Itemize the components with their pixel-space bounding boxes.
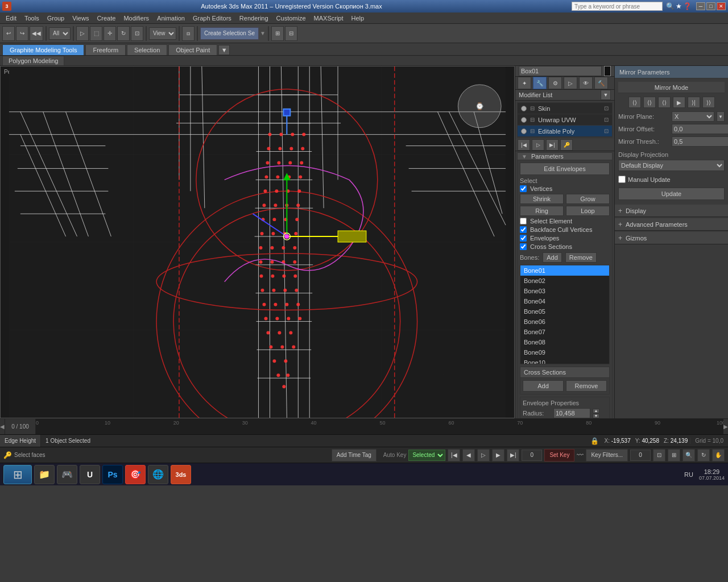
select-region-btn[interactable]: ⬚ — [90, 26, 102, 41]
taskbar-unity[interactable]: U — [80, 465, 100, 484]
modifier-list-dropdown-btn[interactable]: ▼ — [601, 90, 611, 100]
gizmos-header[interactable]: + Gizmos — [615, 232, 728, 244]
menu-edit[interactable]: Edit — [2, 14, 20, 22]
maximize-button[interactable]: □ — [706, 2, 715, 10]
select-element-checkbox[interactable] — [520, 218, 527, 225]
mirror-ctrl-3[interactable]: ⟨⟩ — [658, 97, 671, 108]
frame-number-right[interactable] — [630, 450, 651, 461]
undo-btn[interactable]: ◀◀ — [30, 26, 43, 41]
menu-animation[interactable]: Animation — [154, 14, 188, 22]
object-color-swatch[interactable] — [604, 66, 611, 76]
redo-btn[interactable]: ↪ — [16, 26, 28, 41]
timeline-right-btn[interactable]: ▶ — [723, 419, 728, 434]
mirror-plane-dropdown[interactable]: ▼ — [717, 111, 725, 122]
close-button[interactable]: ✕ — [717, 2, 726, 10]
create-selection-button[interactable]: Create Selection Se — [200, 27, 259, 40]
object-name-input[interactable] — [519, 66, 602, 76]
bone-list-item[interactable]: Bone08 — [520, 337, 609, 347]
layers-btn[interactable]: ⊟ — [285, 26, 297, 41]
advanced-params-header[interactable]: + Advanced Parameters — [615, 218, 728, 231]
mod-icon-create[interactable]: ✦ — [518, 77, 531, 89]
bones-add-button[interactable]: Add — [543, 252, 562, 263]
frame-number-input[interactable] — [522, 450, 542, 461]
timeline-left-btn[interactable]: ◀ — [0, 419, 5, 434]
tab-menu-btn[interactable]: ▼ — [218, 45, 230, 55]
bone-list-item[interactable]: Bone01 — [520, 265, 609, 276]
tab-graphite[interactable]: Graphite Modeling Tools — [2, 44, 84, 55]
move-btn[interactable]: ✛ — [104, 26, 116, 41]
viewport-nav-3[interactable]: 🔍 — [682, 449, 695, 462]
viewport-nav-4[interactable]: ↻ — [697, 449, 710, 462]
playback-prev-btn[interactable]: ◀ — [462, 449, 475, 462]
timeline-track[interactable]: 0 10 20 30 40 50 60 70 80 90 100 — [36, 419, 723, 434]
menu-customize[interactable]: Customize — [273, 14, 309, 22]
mirror-ctrl-2[interactable]: ⟨⟩ — [643, 97, 656, 108]
filter-select[interactable]: All — [49, 27, 71, 40]
taskbar-chrome[interactable]: 🌐 — [148, 465, 168, 484]
search-icon[interactable]: 🔍 — [666, 2, 675, 10]
taskbar-explorer[interactable]: 📁 — [34, 465, 55, 484]
menu-views[interactable]: Views — [69, 14, 92, 22]
update-button[interactable]: Update — [618, 188, 725, 200]
key-filters-btn[interactable]: Key Filters... — [586, 449, 628, 462]
bone-list-item[interactable]: Bone06 — [520, 317, 609, 327]
create-sel-dropdown[interactable]: ▼ — [260, 30, 266, 36]
shrink-button[interactable]: Shrink — [520, 194, 564, 204]
viewport-nav-1[interactable]: ⊡ — [653, 449, 665, 462]
add-time-tag-btn[interactable]: Add Time Tag — [332, 449, 377, 462]
ring-button[interactable]: Ring — [520, 206, 564, 216]
subtab-polygon-modeling[interactable]: Polygon Modeling — [2, 56, 64, 65]
rotate-btn[interactable]: ↻ — [117, 26, 130, 41]
parameters-section-header[interactable]: ▼ Parameters — [517, 152, 613, 160]
modifier-editable-poly[interactable]: ⊟ Editable Poly ⊡ — [518, 126, 612, 137]
mod-icon-motion[interactable]: ▷ — [564, 77, 577, 89]
tab-freeform[interactable]: Freeform — [85, 44, 126, 55]
nav-back-btn[interactable]: |◀ — [518, 139, 530, 151]
bone-list-item[interactable]: Bone05 — [520, 306, 609, 317]
menu-rendering[interactable]: Rendering — [236, 14, 272, 22]
modifier-skin[interactable]: ⊟ Skin ⊡ — [518, 103, 612, 114]
minimize-button[interactable]: ─ — [696, 2, 705, 10]
tab-object-paint[interactable]: Object Paint — [168, 44, 217, 55]
menu-tools[interactable]: Tools — [21, 14, 43, 22]
display-section-header[interactable]: + Display — [615, 205, 728, 217]
edit-envelopes-button[interactable]: Edit Envelopes — [520, 163, 610, 175]
bone-list-item[interactable]: Bone10 — [520, 357, 609, 364]
radius-input[interactable] — [553, 408, 590, 418]
mod-icon-display[interactable]: 👁 — [579, 77, 593, 89]
start-button[interactable]: ⊞ — [3, 465, 32, 484]
bones-remove-button[interactable]: Remove — [565, 252, 597, 263]
manual-update-checkbox[interactable] — [618, 176, 626, 183]
viewport[interactable]: Perspective — [0, 66, 515, 418]
mirror-btn[interactable]: ⧈ — [182, 26, 195, 41]
loop-button[interactable]: Loop — [566, 206, 610, 216]
mod-icon-hierarchy[interactable]: ⚙ — [548, 77, 562, 89]
mod-bulb-unwrap[interactable] — [521, 117, 527, 123]
tab-selection[interactable]: Selection — [127, 44, 167, 55]
scale-btn[interactable]: ⊡ — [131, 26, 143, 41]
align-btn[interactable]: ⊞ — [271, 26, 284, 41]
view-select[interactable]: View — [149, 27, 176, 40]
bone-list-item[interactable]: Bone03 — [520, 286, 609, 296]
playback-play-btn[interactable]: ▷ — [477, 449, 490, 462]
envelopes-checkbox[interactable] — [520, 235, 527, 242]
nav-key-btn[interactable]: 🔑 — [560, 139, 573, 151]
menu-maxscript[interactable]: MAXScript — [311, 14, 347, 22]
lock-key-icon[interactable]: 🔑 — [3, 451, 12, 459]
bone-list-item[interactable]: Bone02 — [520, 276, 609, 286]
mod-bulb-skin[interactable] — [521, 106, 527, 111]
mirror-ctrl-1[interactable]: ⟨⟩ — [628, 97, 641, 108]
edge-height-button[interactable]: Edge Height — [0, 435, 41, 447]
mirror-plane-select[interactable]: X Y Z — [672, 111, 714, 122]
taskbar-app1[interactable]: 🎯 — [125, 465, 146, 484]
lock-icon[interactable]: 🔒 — [587, 437, 602, 445]
select-btn[interactable]: ▷ — [76, 26, 89, 41]
cs-remove-button[interactable]: Remove — [566, 380, 607, 392]
menu-modifiers[interactable]: Modifiers — [120, 14, 152, 22]
mod-bulb-poly[interactable] — [521, 128, 527, 134]
playback-start-btn[interactable]: |◀ — [448, 449, 460, 462]
select-mode-btn[interactable]: ↩ — [2, 26, 15, 41]
menu-group[interactable]: Group — [44, 14, 68, 22]
grow-button[interactable]: Grow — [566, 194, 610, 204]
mirror-ctrl-6[interactable]: ⟩⟩ — [702, 97, 715, 108]
